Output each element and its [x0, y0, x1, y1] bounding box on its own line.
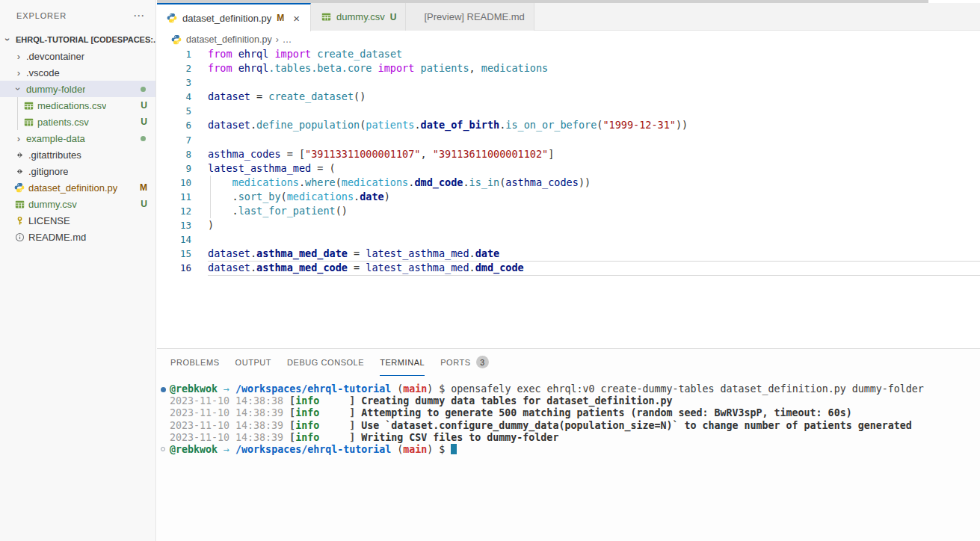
tree-item-patients.csv[interactable]: patients.csvU [0, 114, 155, 130]
line-number[interactable]: 9 [157, 161, 191, 176]
code-line-3[interactable]: 3 [157, 75, 980, 90]
tree-item-dummy-folder[interactable]: ›dummy-folder [0, 81, 155, 97]
chevron-down-icon: › [13, 84, 25, 94]
breadcrumb-more[interactable]: … [283, 34, 292, 45]
log-level: info [295, 432, 319, 443]
code-line-2[interactable]: 2from ehrql.tables.beta.core import pati… [157, 61, 980, 75]
tab--preview-readme.md[interactable]: [Preview] README.md [406, 3, 534, 31]
line-number[interactable]: 1 [157, 47, 191, 61]
log-message: Creating dummy data tables for dataset_d… [361, 395, 672, 406]
code-line-10[interactable]: 10 medications.where(medications.dmd_cod… [157, 176, 980, 190]
tree-item-.devcontainer[interactable]: ›.devcontainer [0, 48, 155, 64]
tree-item-example-data[interactable]: ›example-data [0, 130, 155, 146]
ports-count-badge: 3 [476, 356, 489, 368]
tree-item-label: .devcontainer [26, 51, 84, 62]
code-line-8[interactable]: 8asthma_codes = ["39113311000001107", "3… [157, 147, 980, 161]
tree-item-.vscode[interactable]: ›.vscode [0, 64, 155, 81]
tab-label: dummy.csv [336, 11, 385, 22]
code-line-4[interactable]: 4dataset = create_dataset() [157, 90, 980, 104]
panel-tab-label: DEBUG CONSOLE [287, 358, 364, 367]
code-line-7[interactable]: 7 [157, 133, 980, 147]
line-number[interactable]: 15 [157, 247, 191, 261]
panel-tab-label: OUTPUT [235, 358, 272, 367]
terminal-prompt-line: @rebkwok → /workspaces/ehrql-tutorial (m… [160, 383, 980, 395]
info-icon [13, 231, 25, 243]
terminal[interactable]: @rebkwok → /workspaces/ehrql-tutorial (m… [160, 383, 980, 541]
breadcrumb-file[interactable]: dataset_definition.py [186, 34, 272, 45]
panel-tab-ports[interactable]: PORTS3 [440, 349, 488, 376]
panel-tab-label: TERMINAL [380, 358, 425, 367]
code-line-text: dataset.define_population(patients.date_… [191, 118, 688, 132]
code-line-text: medications.where(medications.dmd_code.i… [191, 176, 591, 190]
command-prompt-decoration-icon [161, 447, 165, 451]
code-line-5[interactable]: 5 [157, 104, 980, 118]
tree-root-ehrql-tutorial[interactable]: › EHRQL-TUTORIAL [CODESPACES:... [0, 31, 155, 48]
terminal-cursor [451, 444, 457, 454]
code-line-15[interactable]: 15dataset.asthma_med_date = latest_asthm… [157, 247, 980, 261]
code-line-11[interactable]: 11 .sort_by(medications.date) [157, 190, 980, 204]
line-number[interactable]: 14 [157, 232, 191, 247]
editor-tab-bar: dataset_definition.pyM×dummy.csvU[Previe… [157, 3, 980, 31]
tree-item-.gitignore[interactable]: .gitignore [0, 163, 155, 179]
code-line-text [191, 133, 208, 147]
panel-tab-label: PROBLEMS [170, 358, 220, 367]
tab-dummy.csv[interactable]: dummy.csvU [311, 3, 406, 31]
tab-dirty-badge: M [277, 13, 284, 23]
editor-code-area[interactable]: 1from ehrql import create_dataset2from e… [157, 47, 980, 348]
command-ran-decoration-icon [161, 387, 166, 392]
log-timestamp: 2023-11-10 14:38:38 [170, 395, 289, 406]
code-line-text: asthma_codes = ["39113311000001107", "39… [191, 147, 554, 161]
tree-item-dummy.csv[interactable]: dummy.csvU [0, 196, 155, 212]
tab-label: dataset_definition.py [182, 13, 271, 24]
terminal-log-line: 2023-11-10 14:38:39 [info ] Attempting t… [160, 407, 980, 419]
line-number[interactable]: 2 [157, 61, 191, 75]
line-number[interactable]: 13 [157, 218, 191, 232]
panel-tab-terminal[interactable]: TERMINAL [380, 349, 425, 376]
tab-dataset-definition.py[interactable]: dataset_definition.pyM× [157, 3, 311, 31]
code-line-14[interactable]: 14 [157, 232, 980, 247]
code-line-16[interactable]: 16dataset.asthma_med_code = latest_asthm… [157, 261, 980, 275]
line-number[interactable]: 10 [157, 176, 191, 190]
chevron-right-icon: › [13, 67, 24, 78]
tree-item-license[interactable]: LICENSE [0, 212, 155, 229]
code-line-12[interactable]: 12 .last_for_patient() [157, 204, 980, 218]
python-icon [166, 12, 178, 24]
code-line-text: .sort_by(medications.date) [191, 190, 390, 204]
log-level: info [295, 395, 319, 406]
line-number[interactable]: 3 [157, 75, 191, 90]
git-status-badge: M [140, 182, 147, 193]
csv-icon [22, 116, 34, 128]
log-message: Writing CSV files to dummy-folder [361, 432, 558, 443]
line-number[interactable]: 12 [157, 204, 191, 218]
tree-item-.gitattributes[interactable]: .gitattributes [0, 146, 155, 163]
tree-item-label: LICENSE [28, 215, 70, 226]
line-number[interactable]: 4 [157, 90, 191, 104]
log-level: info [295, 407, 319, 418]
close-icon[interactable]: × [292, 13, 301, 24]
line-number[interactable]: 7 [157, 133, 191, 147]
tab-dirty-badge: U [390, 12, 397, 22]
line-number[interactable]: 11 [157, 190, 191, 204]
git-status-badge: U [141, 117, 147, 127]
tree-item-medications.csv[interactable]: medications.csvU [0, 97, 155, 114]
file-tree: ›.devcontainer›.vscode›dummy-foldermedic… [0, 48, 155, 245]
breadcrumb: dataset_definition.py › … [157, 31, 980, 47]
code-line-1[interactable]: 1from ehrql import create_dataset [157, 47, 980, 61]
code-line-13[interactable]: 13) [157, 218, 980, 232]
code-line-text: dataset.asthma_med_code = latest_asthma_… [191, 261, 524, 275]
panel-tab-output[interactable]: OUTPUT [235, 349, 272, 376]
tree-item-dataset-definition.py[interactable]: dataset_definition.pyM [0, 179, 155, 196]
line-number[interactable]: 16 [157, 261, 191, 275]
code-line-6[interactable]: 6dataset.define_population(patients.date… [157, 118, 980, 132]
more-actions-icon[interactable]: ⋯ [130, 9, 148, 22]
code-line-text: dataset = create_dataset() [191, 90, 366, 104]
line-number[interactable]: 6 [157, 118, 191, 132]
code-line-9[interactable]: 9latest_asthma_med = ( [157, 161, 980, 176]
line-number[interactable]: 8 [157, 147, 191, 161]
panel-tab-problems[interactable]: PROBLEMS [170, 349, 220, 376]
panel-tab-debug-console[interactable]: DEBUG CONSOLE [287, 349, 364, 376]
log-message: Use `dataset.configure_dummy_data(popula… [361, 420, 912, 431]
log-message: Attempting to generate 500 matching pati… [361, 407, 851, 418]
tree-item-readme.md[interactable]: README.md [0, 229, 155, 245]
line-number[interactable]: 5 [157, 104, 191, 118]
